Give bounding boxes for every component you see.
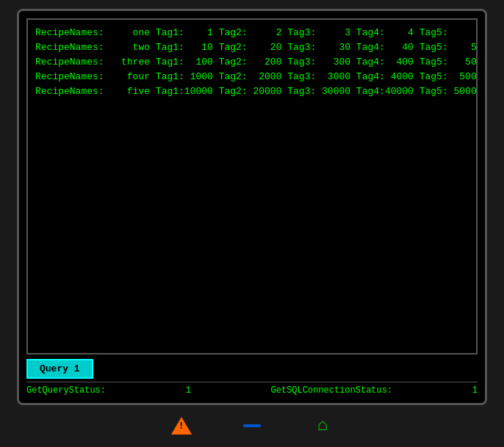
- minimize-icon[interactable]: [239, 413, 265, 439]
- taskbar: ⌂: [17, 405, 487, 439]
- bottom-bar: Query 1 GetQueryStatus: 1 GetSQLConnecti…: [26, 359, 478, 396]
- table-row: RecipeNames: three Tag1: 100 Tag2: 200 T…: [35, 55, 469, 70]
- get-sql-status-value: 1: [472, 385, 478, 396]
- table-row: RecipeNames: one Tag1: 1 Tag2: 2 Tag3: 3…: [35, 26, 469, 40]
- screen: RecipeNames: one Tag1: 1 Tag2: 2 Tag3: 3…: [17, 9, 487, 405]
- get-sql-status-label: GetSQLConnectionStatus:: [271, 385, 393, 396]
- button-row: Query 1: [26, 359, 478, 379]
- status-row: GetQueryStatus: 1 GetSQLConnectionStatus…: [26, 382, 478, 396]
- data-table: RecipeNames: one Tag1: 1 Tag2: 2 Tag3: 3…: [35, 26, 469, 100]
- warning-icon[interactable]: [168, 413, 195, 439]
- get-query-status-label: GetQueryStatus:: [26, 385, 106, 396]
- get-query-status-value: 1: [186, 385, 191, 396]
- query1-button[interactable]: Query 1: [26, 359, 93, 379]
- table-row: RecipeNames: five Tag1:10000 Tag2: 20000…: [35, 84, 469, 99]
- home-icon[interactable]: ⌂: [309, 413, 336, 439]
- table-row: RecipeNames: two Tag1: 10 Tag2: 20 Tag3:…: [35, 40, 469, 55]
- table-row: RecipeNames: four Tag1: 1000 Tag2: 2000 …: [35, 70, 469, 84]
- main-panel: RecipeNames: one Tag1: 1 Tag2: 2 Tag3: 3…: [26, 18, 478, 355]
